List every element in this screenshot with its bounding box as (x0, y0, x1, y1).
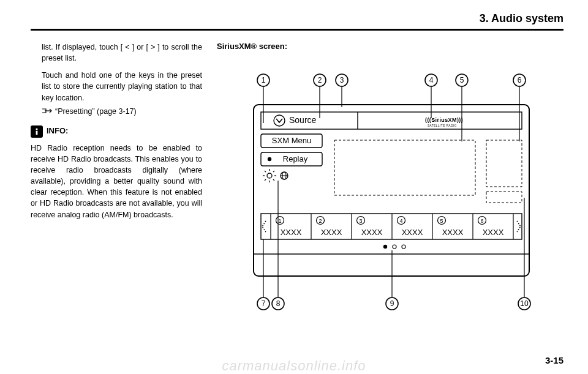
svg-text:3: 3 (340, 76, 344, 84)
paragraph-store: Touch and hold one of the keys in the pr… (31, 70, 202, 103)
preset-scroll-right-icon (517, 221, 521, 232)
callout-9: 9 (386, 250, 398, 310)
content-placeholder-art (486, 140, 522, 187)
svg-text:7: 7 (262, 299, 266, 308)
svg-text:XXXX: XXXX (321, 228, 342, 237)
siriusxm-diagram: 1 2 3 4 (217, 62, 548, 319)
svg-rect-1 (36, 131, 38, 135)
source-chevron-icon (274, 115, 285, 126)
siriusxm-logo: (((SiriusXM))) SATELLITE RADIO (425, 117, 463, 127)
callout-4: 4 (425, 74, 437, 118)
content-placeholder-small (486, 192, 522, 203)
left-column: list. If displayed, touch [ < ] or [ > ]… (31, 42, 202, 319)
svg-text:XXXX: XXXX (281, 228, 302, 237)
page-dot-active (383, 245, 387, 249)
preset-6: 6 XXXX (473, 214, 513, 239)
svg-text:5: 5 (440, 218, 443, 224)
preset-4: 4 XXXX (392, 214, 423, 239)
body-columns: list. If displayed, touch [ < ] or [ > ]… (31, 42, 564, 319)
preset-3: 3 XXXX (352, 214, 383, 239)
info-icon (31, 125, 43, 138)
svg-line-32 (265, 171, 266, 172)
watermark: carmanualsonline.info (222, 358, 366, 374)
xref-icon (42, 107, 53, 118)
preset-5: 5 XXXX (432, 214, 464, 239)
svg-point-0 (36, 128, 37, 130)
page-dot (393, 245, 396, 249)
svg-text:4: 4 (429, 76, 434, 84)
svg-text:10: 10 (520, 299, 529, 308)
info-label: INFO: (47, 125, 68, 137)
source-label: Source (289, 115, 317, 125)
info-heading: INFO: (31, 125, 202, 138)
svg-text:5: 5 (460, 76, 464, 84)
callout-2: 2 (314, 74, 326, 118)
paragraph-hdradio: HD Radio reception needs to be enabled t… (31, 143, 202, 220)
svg-text:9: 9 (390, 299, 394, 308)
svg-text:XXXX: XXXX (361, 228, 383, 237)
brightness-icon (263, 169, 276, 182)
svg-rect-2 (254, 105, 529, 276)
xref-text: “Presetting” (page 3-17) (55, 107, 137, 116)
svg-text:SXM Menu: SXM Menu (272, 136, 311, 145)
svg-text:(((SiriusXM))): (((SiriusXM))) (425, 117, 463, 123)
svg-text:2: 2 (318, 218, 322, 224)
globe-icon (281, 172, 288, 179)
callout-8: 8 (272, 181, 284, 310)
svg-line-33 (273, 171, 274, 172)
svg-text:XXXX: XXXX (483, 228, 504, 237)
svg-text:2: 2 (318, 76, 322, 84)
svg-text:1: 1 (262, 76, 266, 84)
preset-scroll-left-icon (262, 221, 266, 232)
svg-text:8: 8 (276, 299, 281, 308)
preset-1: 1 XXXX (271, 214, 302, 239)
preset-2: 2 XXXX (311, 214, 342, 239)
svg-text:6: 6 (480, 218, 483, 224)
page-dot (402, 245, 405, 249)
svg-line-35 (273, 179, 274, 181)
svg-text:6: 6 (518, 76, 522, 84)
svg-text:XXXX: XXXX (442, 228, 464, 237)
replay-dot-icon (268, 157, 271, 161)
chapter-heading: 3. Audio system (31, 12, 564, 25)
svg-text:SATELLITE RADIO: SATELLITE RADIO (428, 124, 457, 127)
svg-text:1: 1 (278, 218, 281, 224)
svg-text:4: 4 (399, 218, 402, 224)
svg-text:3: 3 (359, 218, 362, 224)
svg-line-34 (265, 179, 266, 181)
callout-7: 7 (257, 239, 270, 310)
right-column: SiriusXM® screen: 1 2 3 (217, 42, 564, 319)
page-number: 3-15 (545, 355, 564, 365)
paragraph-scroll: list. If displayed, touch [ < ] or [ > ]… (31, 42, 202, 64)
content-placeholder-main (334, 140, 475, 195)
callout-6: 6 (513, 74, 526, 141)
xref-presetting: “Presetting” (page 3-17) (31, 106, 202, 117)
svg-text:XXXX: XXXX (402, 228, 423, 237)
callout-5: 5 (456, 74, 468, 141)
svg-text:Replay: Replay (283, 154, 308, 163)
callout-1: 1 (257, 74, 270, 123)
callout-3: 3 (336, 74, 348, 107)
svg-point-27 (267, 173, 272, 178)
siriusxm-title: SiriusXM® screen: (217, 42, 564, 51)
header-divider (31, 29, 564, 31)
